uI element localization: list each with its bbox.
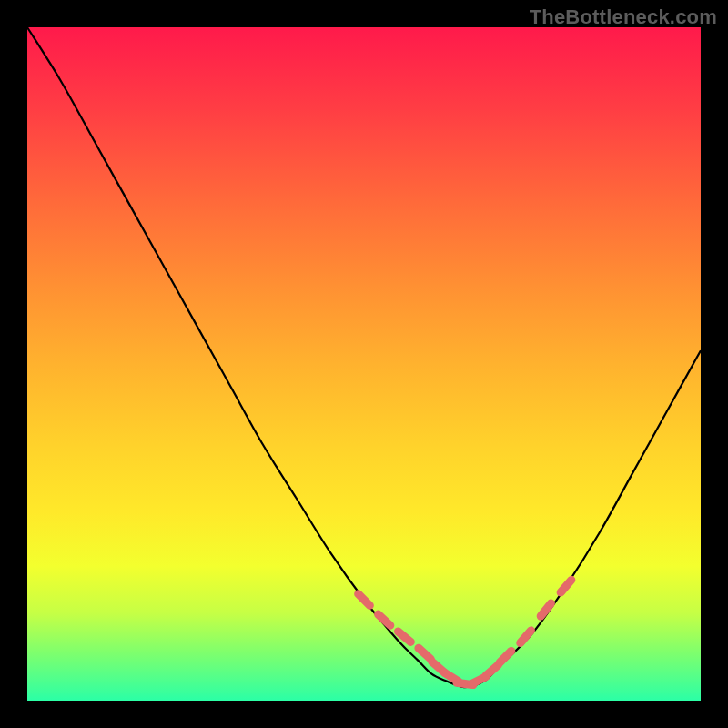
highlight-marker — [359, 594, 370, 606]
highlight-marker — [419, 648, 430, 659]
heatmap-background — [27, 27, 701, 701]
highlight-marker — [561, 580, 571, 592]
curve-layer — [27, 27, 701, 701]
bottleneck-curve-path — [27, 27, 701, 687]
chart-frame: TheBottleneck.com — [0, 0, 728, 728]
highlight-marker — [500, 652, 511, 663]
highlight-marker — [541, 603, 551, 616]
highlight-marker — [379, 614, 390, 625]
highlight-marker — [398, 632, 410, 642]
watermark-text: TheBottleneck.com — [530, 5, 717, 29]
highlight-marker — [521, 631, 531, 643]
highlight-marker — [486, 665, 499, 676]
